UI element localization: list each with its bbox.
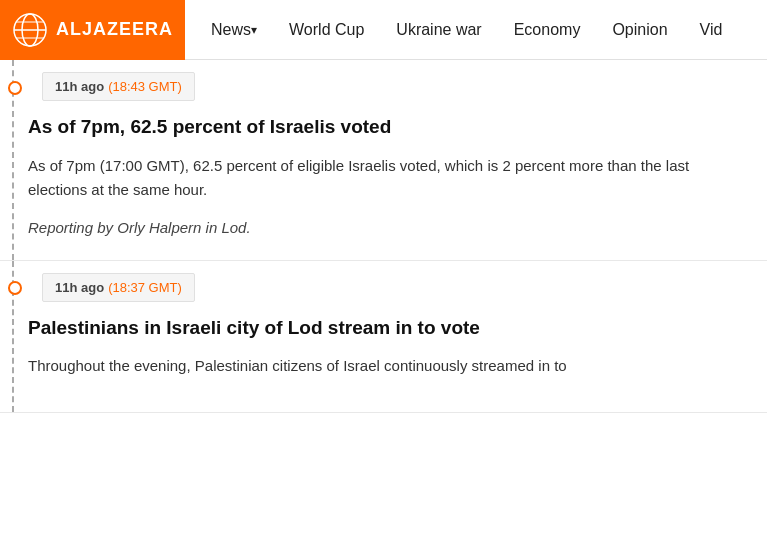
- nav-item-opinion[interactable]: Opinion: [596, 0, 683, 60]
- site-header: ALJAZEERA News World Cup Ukraine war Eco…: [0, 0, 767, 60]
- timestamp-wrapper: 11h ago (18:43 GMT): [28, 60, 751, 115]
- timestamp-bar: 11h ago (18:43 GMT): [42, 72, 195, 101]
- main-nav: News World Cup Ukraine war Economy Opini…: [195, 0, 738, 60]
- timestamp-wrapper: 11h ago (18:37 GMT): [28, 261, 751, 316]
- entry-byline: Reporting by Orly Halpern in Lod.: [28, 216, 751, 240]
- nav-item-ukraine[interactable]: Ukraine war: [380, 0, 497, 60]
- timestamp-ago: 11h ago: [55, 79, 104, 94]
- timestamp-bar: 11h ago (18:37 GMT): [42, 273, 195, 302]
- entry-title: Palestinians in Israeli city of Lod stre…: [28, 316, 751, 341]
- timeline-dot: [8, 81, 22, 95]
- timeline-entry: 11h ago (18:37 GMT) Palestinians in Isra…: [0, 261, 767, 414]
- entry-body: 11h ago (18:43 GMT) As of 7pm, 62.5 perc…: [20, 60, 767, 260]
- entry-text: Throughout the evening, Palestinian citi…: [28, 354, 751, 378]
- timeline-dot: [8, 281, 22, 295]
- timestamp-ago: 11h ago: [55, 280, 104, 295]
- nav-item-worldcup[interactable]: World Cup: [273, 0, 380, 60]
- logo-icon: [12, 12, 48, 48]
- live-blog-content: 11h ago (18:43 GMT) As of 7pm, 62.5 perc…: [0, 60, 767, 413]
- timeline-entry: 11h ago (18:43 GMT) As of 7pm, 62.5 perc…: [0, 60, 767, 261]
- entry-text: As of 7pm (17:00 GMT), 62.5 percent of e…: [28, 154, 751, 202]
- timestamp-gmt: (18:37 GMT): [108, 280, 182, 295]
- entry-title: As of 7pm, 62.5 percent of Israelis vote…: [28, 115, 751, 140]
- nav-item-news[interactable]: News: [195, 0, 273, 60]
- nav-item-economy[interactable]: Economy: [498, 0, 597, 60]
- nav-item-vid[interactable]: Vid: [684, 0, 739, 60]
- timestamp-gmt: (18:43 GMT): [108, 79, 182, 94]
- entry-body: 11h ago (18:37 GMT) Palestinians in Isra…: [20, 261, 767, 413]
- logo-block[interactable]: ALJAZEERA: [0, 0, 185, 60]
- logo-text: ALJAZEERA: [56, 19, 173, 40]
